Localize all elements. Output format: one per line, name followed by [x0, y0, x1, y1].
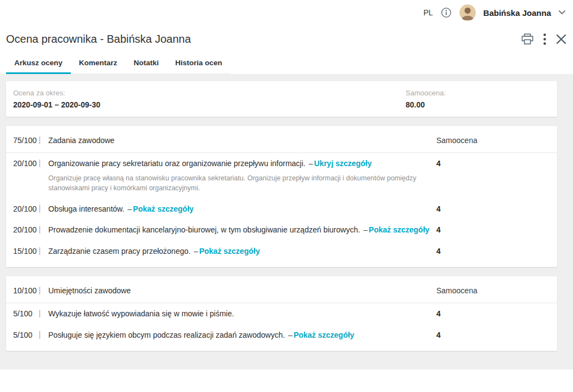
evaluation-item-row: 5/100 Posługuje się językiem obcym podcz…: [13, 325, 550, 345]
separator: [40, 205, 40, 213]
section-items: 5/100 Wykazuje łatwość wypowiadania się …: [13, 303, 550, 345]
chevron-down-icon[interactable]: [559, 10, 565, 15]
details-dash: –: [194, 247, 198, 255]
item-self-score: 4: [432, 329, 550, 340]
section-header-row: 75/100 Zadania zawodowe Samoocena: [13, 127, 550, 152]
item-self-score: 4: [432, 246, 550, 257]
evaluation-item-row: 15/100 Zarządzanie czasem pracy przełożo…: [13, 241, 550, 262]
item-score: 20/100: [13, 203, 40, 214]
item-text: Posługuje się językiem obcym podczas rea…: [48, 331, 285, 339]
samoocena-column-header: Samoocena: [432, 135, 550, 146]
page-title: Ocena pracownika - Babińska Joanna: [6, 33, 191, 46]
sections: 75/100 Zadania zawodowe Samoocena 20/100…: [6, 126, 557, 351]
details-dash: –: [288, 331, 293, 339]
section-title: Umiejętności zawodowe: [48, 285, 432, 296]
section-items: 20/100 Organizowanie pracy sekretariatu …: [13, 153, 550, 262]
evaluation-item-row: 20/100 Obsługa interesantów.–Pokaż szcze…: [13, 198, 550, 219]
evaluation-item-row: 20/100 Organizowanie pracy sekretariatu …: [13, 153, 550, 198]
section-header-row: 10/100 Umiejętności zawodowe Samoocena: [13, 277, 550, 303]
language-selector[interactable]: PL: [423, 8, 432, 17]
item-score: 20/100: [13, 158, 40, 169]
period-label: Ocena za okres:: [13, 89, 406, 97]
print-icon[interactable]: [521, 33, 533, 45]
item-text: Zarządzanie czasem pracy przełożonego.: [48, 247, 190, 255]
tab-notatki[interactable]: Notatki: [126, 54, 167, 73]
self-score-value: 80.00: [406, 100, 550, 109]
details-dash: –: [363, 225, 368, 234]
details-dash: –: [308, 159, 313, 168]
separator: [40, 137, 40, 144]
toggle-details-link[interactable]: Pokaż szczegóły: [294, 331, 355, 339]
info-icon[interactable]: [441, 7, 452, 18]
modal-header: Ocena pracownika - Babińska Joanna: [0, 25, 573, 46]
item-score: 5/100: [13, 329, 40, 340]
item-score: 20/100: [13, 224, 40, 235]
tab-arkusz-oceny[interactable]: Arkusz oceny: [6, 54, 71, 73]
avatar[interactable]: [459, 4, 476, 21]
evaluation-item-row: 20/100 Prowadzenie dokumentacji kancelar…: [13, 219, 550, 240]
item-text: Organizowanie pracy sekretariatu oraz or…: [48, 159, 305, 168]
separator: [40, 226, 40, 234]
topbar: PL Babińska Joanna: [0, 0, 573, 25]
separator: [40, 247, 40, 255]
separator: [40, 160, 40, 167]
user-name[interactable]: Babińska Joanna: [484, 8, 551, 18]
item-self-score: 4: [432, 224, 550, 235]
separator: [40, 287, 40, 294]
separator: [40, 331, 40, 339]
tab-komentarz[interactable]: Komentarz: [71, 54, 126, 73]
tab-bar: Arkusz oceny Komentarz Notatki Historia …: [6, 54, 573, 74]
period-value: 2020-09-01 – 2020-09-30: [13, 100, 406, 109]
item-self-score: 4: [432, 308, 550, 319]
toggle-details-link[interactable]: Ukryj szczegóły: [314, 159, 372, 168]
item-score: 5/100: [13, 308, 40, 319]
item-text: Wykazuje łatwość wypowiadania się w mowi…: [48, 309, 234, 318]
item-self-score: 4: [432, 203, 550, 214]
samoocena-column-header: Samoocena: [432, 285, 550, 296]
close-icon[interactable]: [556, 34, 566, 44]
separator: [40, 310, 40, 317]
toggle-details-link[interactable]: Pokaż szczegóły: [133, 204, 194, 213]
summary-card: Ocena za okres: 2020-09-01 – 2020-09-30 …: [6, 81, 557, 117]
self-score-label: Samoocena:: [406, 89, 550, 97]
section-score: 10/100: [13, 285, 40, 296]
header-actions: [521, 33, 566, 45]
period-block: Ocena za okres: 2020-09-01 – 2020-09-30: [13, 89, 406, 109]
toggle-details-link[interactable]: Pokaż szczegóły: [369, 225, 430, 234]
item-details: Organizuje pracę własną na stanowisku pr…: [48, 173, 417, 194]
evaluation-item-row: 5/100 Wykazuje łatwość wypowiadania się …: [13, 303, 550, 324]
evaluation-section-card: 10/100 Umiejętności zawodowe Samoocena 5…: [6, 276, 557, 351]
evaluation-section-card: 75/100 Zadania zawodowe Samoocena 20/100…: [6, 126, 557, 267]
self-score-block: Samoocena: 80.00: [406, 89, 550, 109]
toggle-details-link[interactable]: Pokaż szczegóły: [199, 247, 260, 255]
tab-historia-ocen[interactable]: Historia ocen: [167, 54, 231, 73]
section-title: Zadania zawodowe: [48, 135, 432, 146]
item-text: Prowadzenie dokumentacji kancelaryjno-bi…: [48, 225, 360, 234]
details-dash: –: [128, 204, 132, 213]
item-score: 15/100: [13, 246, 40, 257]
kebab-menu-icon[interactable]: [543, 33, 546, 45]
item-self-score: 4: [432, 158, 550, 169]
section-score: 75/100: [13, 135, 40, 146]
content-area: Ocena za okres: 2020-09-01 – 2020-09-30 …: [0, 74, 573, 370]
item-text: Obsługa interesantów.: [48, 204, 125, 213]
